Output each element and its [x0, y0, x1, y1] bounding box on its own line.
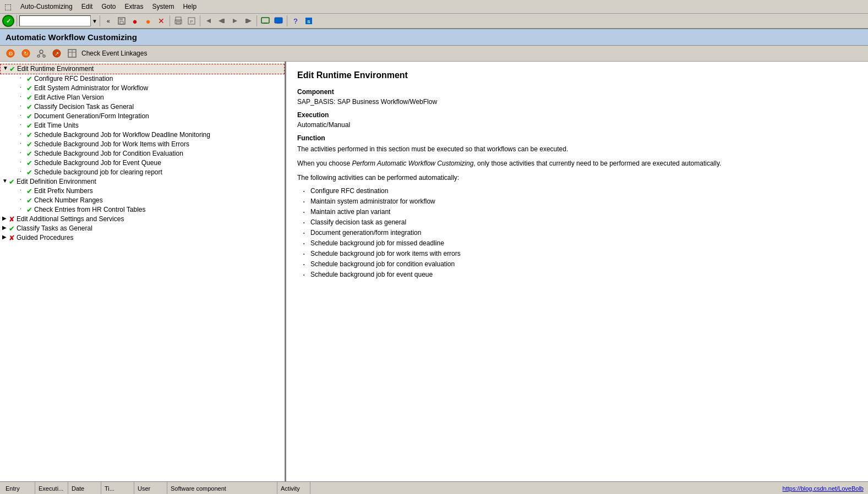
check-icon-green: ✔: [26, 168, 32, 177]
tree-label: Schedule background job for clearing rep…: [34, 168, 162, 176]
dropdown-arrow[interactable]: ▼: [92, 18, 97, 24]
check-icon-green: ✔: [26, 84, 32, 92]
sap-button[interactable]: S: [303, 15, 315, 27]
tree-arrow: ·: [20, 94, 25, 100]
auto-customize-btn[interactable]: ⚙: [4, 47, 17, 59]
separator-2: [100, 15, 100, 26]
tree-item-classify-decision[interactable]: · ✔ Classify Decision Task as General: [0, 102, 285, 112]
help-button[interactable]: ?: [290, 15, 302, 27]
nav4-button[interactable]: [242, 15, 254, 27]
prev-button[interactable]: «: [102, 15, 114, 27]
menu-help[interactable]: Help: [181, 2, 199, 12]
tree-item-edit-additional[interactable]: ▶ ✘ Edit Additional Settings and Service…: [0, 215, 285, 224]
tree-item-check-number[interactable]: · ✔ Check Number Ranges: [0, 196, 285, 205]
check-icon-green: ✔: [26, 122, 32, 130]
check-icon-green: ✔: [26, 112, 32, 120]
check-icon-green: ✔: [9, 178, 15, 186]
tree-arrow: ·: [20, 159, 25, 165]
tree-item-sched-condition[interactable]: · ✔ Schedule Background Job for Conditio…: [0, 149, 285, 158]
tree-arrow: ▶: [2, 234, 8, 240]
func-item-6: Schedule background job for work items w…: [303, 250, 857, 257]
save-button[interactable]: [116, 15, 128, 27]
tree-label: Configure RFC Destination: [34, 75, 113, 83]
toolbar: ✓ ▼ « ● ● ✕ P ? S: [0, 14, 868, 29]
tree-item-edit-time[interactable]: · ✔ Edit Time Units: [0, 121, 285, 130]
icon-green-circle[interactable]: ●: [129, 15, 141, 27]
check-icon-green: ✔: [26, 150, 32, 158]
tree-arrow: ·: [20, 75, 25, 81]
status-date: Date: [68, 482, 101, 494]
split-pane: ▼ ✔ Edit Runtime Environment · ✔ Configu…: [0, 62, 868, 481]
tree-label: Edit Additional Settings and Services: [17, 215, 124, 223]
tree-item-check-hr[interactable]: · ✔ Check Entries from HR Control Tables: [0, 205, 285, 215]
tree-label: Edit Prefix Numbers: [34, 187, 93, 195]
check-event-linkages-link[interactable]: Check Event Linkages: [81, 50, 147, 57]
menu-auto-customizing[interactable]: Auto-Customizing: [18, 2, 75, 12]
tree-item-edit-definition[interactable]: ▼ ✔ Edit Definition Environment: [0, 177, 285, 186]
tree-label: Classify Tasks as General: [17, 224, 92, 232]
svg-point-24: [40, 50, 43, 53]
svg-line-28: [41, 53, 44, 55]
separator-4: [200, 15, 200, 26]
svg-rect-13: [245, 19, 247, 23]
tree-label: Schedule Background Job for Work Items w…: [34, 140, 189, 148]
tree-item-sched-event[interactable]: · ✔ Schedule Background Job for Event Qu…: [0, 158, 285, 168]
nav2-button[interactable]: [216, 15, 228, 27]
table-btn[interactable]: [66, 47, 78, 59]
monitor1-button[interactable]: [259, 15, 271, 27]
execute-button[interactable]: ✓: [2, 15, 14, 27]
tree-item-sched-deadline[interactable]: · ✔ Schedule Background Job for Workflow…: [0, 130, 285, 140]
desc2-italic: Perform Automatic Workflow Customizing: [352, 160, 473, 167]
check-icon-green: ✔: [26, 131, 32, 139]
status-entry: Entry: [2, 482, 35, 494]
svg-text:⚙: ⚙: [8, 51, 13, 57]
tree-item-doc-gen[interactable]: · ✔ Document Generation/Form Integration: [0, 112, 285, 121]
command-input[interactable]: [19, 15, 91, 26]
check-icon-green: ✔: [26, 103, 32, 111]
tree-arrow: ▼: [2, 178, 8, 184]
tree-arrow: ▶: [2, 224, 8, 230]
print-button[interactable]: [172, 15, 184, 27]
tree-item-configure-rfc[interactable]: · ✔ Configure RFC Destination: [0, 74, 285, 84]
svg-text:↻: ↻: [24, 51, 28, 57]
tree-item-sched-errors[interactable]: · ✔ Schedule Background Job for Work Ite…: [0, 140, 285, 149]
nav3-button[interactable]: [229, 15, 241, 27]
refresh-btn[interactable]: ↻: [20, 47, 32, 59]
tree-item-edit-plan[interactable]: · ✔ Edit Active Plan Version: [0, 93, 285, 102]
desc2: When you choose Perform Automatic Workfl…: [297, 158, 857, 168]
tree-item-edit-sysadmin[interactable]: · ✔ Edit System Administrator for Workfl…: [0, 84, 285, 93]
main-container: Automatic Workflow Customizing ⚙ ↻ ↗ Che…: [0, 29, 868, 481]
icon-red-x[interactable]: ✕: [155, 15, 167, 27]
svg-point-25: [37, 55, 40, 57]
menu-goto[interactable]: Goto: [99, 2, 118, 12]
tree-arrow: ▶: [2, 215, 8, 221]
tree-item-classify-tasks[interactable]: ▶ ✔ Classify Tasks as General: [0, 224, 285, 233]
tree-item-guided-procedures[interactable]: ▶ ✘ Guided Procedures: [0, 233, 285, 243]
print2-button[interactable]: P: [185, 15, 198, 27]
menu-edit[interactable]: Edit: [79, 2, 95, 12]
tree-arrow: ·: [20, 168, 25, 174]
menu-bar: ⬚ Auto-Customizing Edit Goto Extras Syst…: [0, 0, 868, 14]
check-btn[interactable]: ↗: [51, 47, 63, 59]
tree-label: Check Number Ranges: [34, 196, 103, 204]
left-panel: ▼ ✔ Edit Runtime Environment · ✔ Configu…: [0, 62, 286, 481]
menu-extras[interactable]: Extras: [122, 2, 145, 12]
app-header: Automatic Workflow Customizing: [0, 29, 868, 46]
network-btn[interactable]: [35, 47, 47, 59]
func-item-3: Classify decision task as general: [303, 218, 857, 226]
tree-arrow: ·: [20, 140, 25, 146]
nav1-button[interactable]: [203, 15, 215, 27]
tree-item-edit-runtime[interactable]: ▼ ✔ Edit Runtime Environment: [0, 64, 285, 74]
icon-orange[interactable]: ●: [142, 15, 154, 27]
svg-rect-3: [176, 17, 181, 21]
check-icon-red: ✘: [9, 215, 15, 223]
tree-item-edit-prefix[interactable]: · ✔ Edit Prefix Numbers: [0, 186, 285, 196]
desc2-post: , only those activities that currently n…: [473, 160, 721, 167]
func-list: Configure RFC destination Maintain syste…: [303, 187, 857, 278]
back-icon[interactable]: ⬚: [2, 1, 14, 12]
check-icon-green: ✔: [26, 159, 32, 167]
tree-item-sched-clear[interactable]: · ✔ Schedule background job for clearing…: [0, 168, 285, 177]
monitor2-button[interactable]: [272, 15, 285, 27]
menu-system[interactable]: System: [150, 2, 176, 12]
check-icon-green: ✔: [9, 65, 15, 73]
